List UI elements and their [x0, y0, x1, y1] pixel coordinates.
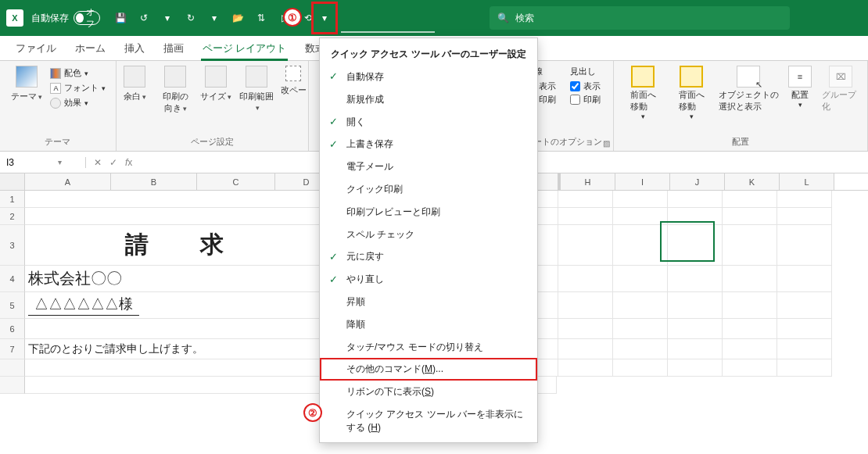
size-button[interactable]: サイズ	[199, 66, 233, 102]
row-header[interactable]: 6	[0, 319, 25, 339]
selection-pane-button[interactable]: ↖オブジェクトの 選択と表示	[719, 66, 778, 113]
qat-item-touch[interactable]: タッチ/マウス モードの切り替え	[320, 336, 537, 359]
qat-item-redo[interactable]: ✓やり直し	[320, 268, 537, 291]
cell[interactable]: 株式会社〇〇	[25, 266, 338, 292]
name-box-input[interactable]	[6, 157, 53, 168]
qat-more-button[interactable]: ▾	[311, 2, 338, 34]
cell[interactable]	[558, 191, 613, 208]
save-icon[interactable]: 💾	[111, 9, 130, 27]
cell[interactable]	[668, 208, 723, 225]
cell[interactable]	[777, 225, 832, 266]
cell[interactable]	[558, 319, 613, 339]
search-box[interactable]: 🔍 検索	[490, 6, 790, 30]
qat-item-email[interactable]: 電子メール	[320, 156, 537, 178]
col-header[interactable]: C	[197, 173, 275, 190]
toggle-track[interactable]: オフ	[74, 11, 100, 25]
cell[interactable]	[558, 208, 613, 225]
qat-item-sort-desc[interactable]: 降順	[320, 313, 537, 336]
cell[interactable]	[613, 208, 668, 225]
row-header[interactable]: 7	[0, 339, 25, 359]
qat-item-new[interactable]: 新規作成	[320, 88, 537, 111]
cell[interactable]	[613, 319, 668, 339]
cell[interactable]	[613, 266, 668, 292]
cell[interactable]	[668, 359, 723, 377]
cell[interactable]	[613, 225, 668, 266]
undo-icon[interactable]: ↺	[135, 9, 153, 27]
cell[interactable]	[613, 359, 668, 377]
cell[interactable]	[723, 208, 777, 225]
cancel-icon[interactable]: ✕	[94, 157, 102, 168]
sheet-options-launcher[interactable]: ▨	[603, 139, 610, 148]
cell[interactable]	[558, 339, 613, 359]
cell[interactable]	[558, 292, 613, 319]
headings-print[interactable]: 印刷	[570, 94, 601, 105]
cell[interactable]	[777, 208, 832, 225]
cell[interactable]	[668, 292, 723, 319]
orientation-button[interactable]: 印刷の 向き	[158, 66, 192, 114]
col-header[interactable]: K	[725, 173, 780, 190]
fx-icon[interactable]: fx	[125, 157, 132, 168]
colors-button[interactable]: 配色 ▾	[50, 66, 106, 80]
qat-item-sort-asc[interactable]: 昇順	[320, 291, 537, 313]
cell[interactable]	[668, 225, 723, 266]
bring-forward-button[interactable]: 前面へ 移動▾	[622, 66, 664, 120]
cell[interactable]	[668, 339, 723, 359]
breaks-button[interactable]: 改ペー	[280, 66, 307, 96]
qat-item-more-commands[interactable]: その他のコマンド(M)...	[320, 358, 537, 381]
col-header[interactable]: J	[670, 173, 725, 190]
col-header[interactable]: A	[25, 173, 111, 190]
redo-icon[interactable]: ↻	[181, 9, 200, 27]
print-area-button[interactable]: 印刷範囲	[239, 66, 274, 112]
col-header[interactable]: B	[111, 173, 197, 190]
open-icon[interactable]: 📂	[228, 9, 247, 27]
sort-icon[interactable]: ⇅	[252, 9, 271, 27]
cell[interactable]	[558, 225, 613, 266]
cell[interactable]	[558, 266, 613, 292]
row-header[interactable]: 4	[0, 266, 25, 292]
cell[interactable]	[558, 359, 613, 377]
row-header[interactable]	[0, 359, 25, 377]
col-header[interactable]: I	[615, 173, 670, 190]
cell[interactable]	[25, 319, 338, 339]
qat-item-hide-qat[interactable]: クイック アクセス ツール バーを非表示にする (H)	[320, 403, 537, 439]
cell[interactable]	[25, 208, 338, 225]
cell[interactable]	[668, 319, 723, 339]
fonts-button[interactable]: Aフォント ▾	[50, 80, 106, 95]
row-header[interactable]: 5	[0, 292, 25, 319]
cell[interactable]	[777, 359, 832, 377]
cell[interactable]	[723, 359, 777, 377]
row-header[interactable]: 2	[0, 208, 25, 225]
cell[interactable]	[723, 319, 777, 339]
headings-show[interactable]: 表示	[570, 80, 601, 92]
cell[interactable]	[777, 339, 832, 359]
cell[interactable]	[723, 339, 777, 359]
cell[interactable]: 下記のとおりご請求申し上げます。	[25, 339, 338, 359]
cell[interactable]: △△△△△△様	[25, 292, 338, 319]
qat-item-save[interactable]: ✓上書き保存	[320, 133, 537, 156]
effects-button[interactable]: 効果 ▾	[50, 95, 106, 110]
cell[interactable]: 請 求	[25, 225, 338, 266]
cell[interactable]	[668, 266, 723, 292]
cell[interactable]	[25, 191, 338, 208]
cell[interactable]	[723, 266, 777, 292]
col-header[interactable]: H	[561, 173, 615, 190]
qat-item-quick-print[interactable]: クイック印刷	[320, 178, 537, 201]
send-backward-button[interactable]: 背面へ 移動▾	[670, 66, 712, 120]
cell[interactable]	[25, 359, 338, 377]
name-box[interactable]: ▾	[0, 157, 86, 168]
themes-button[interactable]: テーマ	[9, 66, 44, 102]
group-button[interactable]: ⌧グループ化	[822, 66, 859, 113]
cell[interactable]	[723, 191, 777, 208]
cell[interactable]	[613, 191, 668, 208]
tab-home[interactable]: ホーム	[67, 38, 113, 60]
cell[interactable]	[613, 292, 668, 319]
row-header[interactable]: 1	[0, 191, 25, 208]
cell[interactable]	[723, 225, 777, 266]
qat-item-print-preview[interactable]: 印刷プレビューと印刷	[320, 201, 537, 223]
cell[interactable]	[613, 339, 668, 359]
align-button[interactable]: ≡配置▾	[784, 66, 816, 109]
cell[interactable]	[777, 191, 832, 208]
cell[interactable]	[777, 292, 832, 319]
qat-item-autosave[interactable]: ✓自動保存	[320, 66, 537, 88]
row-header[interactable]: 3	[0, 225, 25, 266]
